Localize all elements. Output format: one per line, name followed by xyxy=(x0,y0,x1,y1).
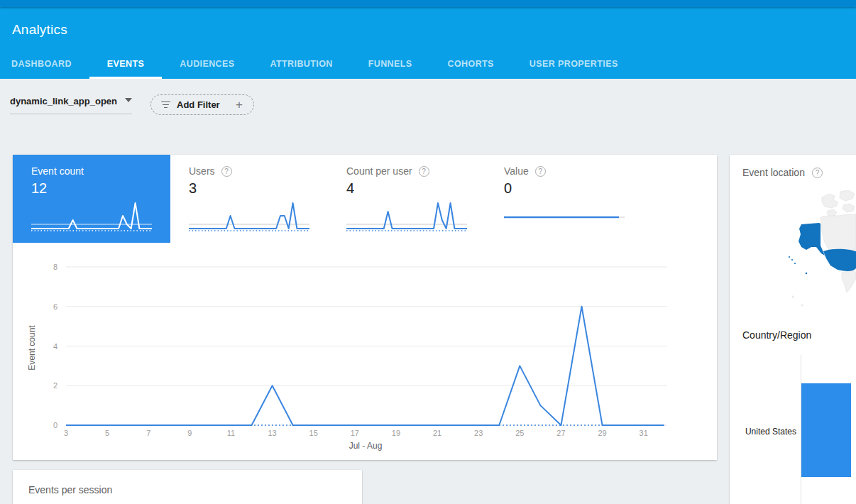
help-icon[interactable]: ? xyxy=(812,168,823,178)
metric-value: 12 xyxy=(31,180,170,197)
page-title: Analytics xyxy=(12,22,67,38)
metric-tab-count-per-user[interactable]: Count per user ? 4 xyxy=(328,155,485,243)
metric-label: Users xyxy=(189,165,215,177)
event-select-value: dynamic_link_app_open xyxy=(10,96,117,106)
events-per-session-card: Events per session xyxy=(13,470,362,504)
svg-text:27: 27 xyxy=(556,429,565,437)
window-top-strip xyxy=(0,0,856,7)
tab-funnels[interactable]: FUNNELS xyxy=(351,59,430,79)
nav-tabs: DASHBOARD EVENTS AUDIENCES ATTRIBUTION F… xyxy=(0,59,636,79)
analytics-page: Analytics DASHBOARD EVENTS AUDIENCES ATT… xyxy=(0,0,856,504)
add-filter-button[interactable]: Add Filter + xyxy=(150,94,254,115)
metric-value: 0 xyxy=(504,180,643,197)
svg-text:8: 8 xyxy=(53,263,57,271)
metric-value: 3 xyxy=(189,180,328,197)
svg-text:5: 5 xyxy=(105,429,109,437)
event-location-title: Event location xyxy=(742,167,805,178)
event-select[interactable]: dynamic_link_app_open xyxy=(10,96,132,114)
metric-label: Value xyxy=(504,165,529,177)
tab-events[interactable]: EVENTS xyxy=(89,59,162,79)
svg-text:Jul - Aug: Jul - Aug xyxy=(349,441,383,451)
north-america-map xyxy=(778,190,856,318)
svg-text:11: 11 xyxy=(227,429,235,437)
events-per-session-title: Events per session xyxy=(13,470,362,495)
svg-text:6: 6 xyxy=(53,302,57,311)
sparkline-users xyxy=(189,199,309,234)
svg-text:21: 21 xyxy=(433,429,441,437)
tab-attribution[interactable]: ATTRIBUTION xyxy=(253,59,351,79)
main-chart: 0246835791113151719212325272931Jul - Aug… xyxy=(13,243,717,460)
tab-user-properties[interactable]: USER PROPERTIES xyxy=(512,59,636,79)
metric-tabs: Event count 12 Users ? 3 Count per user … xyxy=(13,155,717,243)
country-label: United States xyxy=(730,427,796,437)
event-metrics-card: Event count 12 Users ? 3 Count per user … xyxy=(13,155,717,460)
event-count-chart-area: 0246835791113151719212325272931Jul - Aug… xyxy=(13,243,717,460)
metric-value: 4 xyxy=(346,180,485,197)
metric-tab-event-count[interactable]: Event count 12 xyxy=(13,155,170,243)
svg-text:23: 23 xyxy=(474,429,483,437)
country-bar-united-states[interactable] xyxy=(801,383,851,477)
plus-icon: + xyxy=(236,99,243,111)
tab-audiences[interactable]: AUDIENCES xyxy=(162,59,252,79)
metric-label: Event count xyxy=(31,165,84,177)
svg-text:7: 7 xyxy=(146,429,150,437)
sparkline-value xyxy=(504,199,625,234)
tab-cohorts[interactable]: COHORTS xyxy=(430,59,512,79)
svg-text:13: 13 xyxy=(268,429,276,437)
svg-text:2: 2 xyxy=(53,381,57,390)
svg-text:31: 31 xyxy=(640,429,648,437)
svg-text:9: 9 xyxy=(187,429,192,437)
svg-text:15: 15 xyxy=(309,429,318,437)
svg-text:0: 0 xyxy=(53,421,57,429)
metric-tab-users[interactable]: Users ? 3 xyxy=(170,155,328,243)
help-icon[interactable]: ? xyxy=(419,166,429,177)
sparkline-event-count xyxy=(31,199,152,234)
app-header: Analytics DASHBOARD EVENTS AUDIENCES ATT… xyxy=(0,7,856,79)
help-icon[interactable]: ? xyxy=(221,166,232,177)
svg-text:Event count: Event count xyxy=(27,325,37,371)
metric-tab-value[interactable]: Value ? 0 xyxy=(485,155,643,243)
dropdown-arrow-icon xyxy=(125,98,132,102)
svg-text:17: 17 xyxy=(351,429,359,437)
svg-text:4: 4 xyxy=(53,342,57,351)
sparkline-count-per-user xyxy=(346,199,467,234)
add-filter-label: Add Filter xyxy=(177,99,220,110)
help-icon[interactable]: ? xyxy=(535,166,546,177)
filter-icon xyxy=(161,102,170,109)
svg-text:3: 3 xyxy=(64,429,68,437)
country-region-heading: Country/Region xyxy=(742,329,811,341)
event-location-card: Event location ? Co xyxy=(730,155,856,504)
svg-text:25: 25 xyxy=(515,429,524,437)
tab-dashboard[interactable]: DASHBOARD xyxy=(0,59,89,79)
svg-text:29: 29 xyxy=(598,429,606,437)
svg-text:19: 19 xyxy=(392,429,400,437)
metric-label: Count per user xyxy=(346,165,412,177)
